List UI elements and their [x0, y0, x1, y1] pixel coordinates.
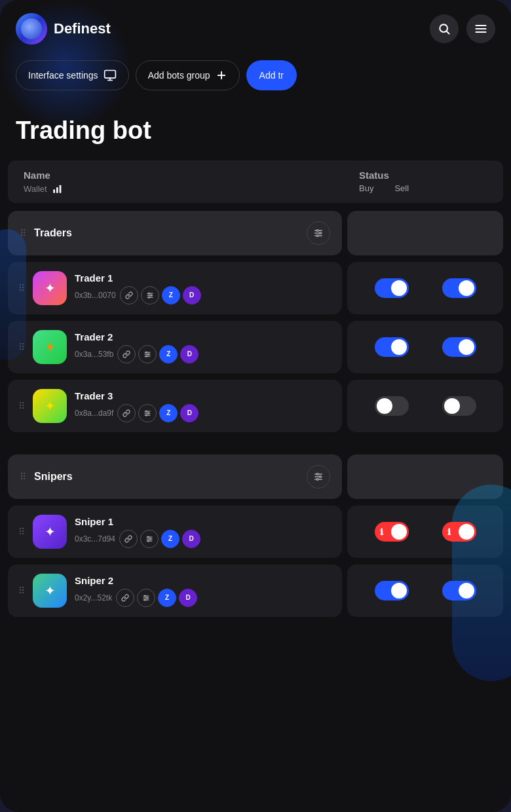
d-icon-btn-0[interactable]: D [182, 530, 200, 548]
trader-cell-status-traders-1 [347, 321, 503, 373]
trader-name-0: Sniper 1 [75, 516, 331, 527]
svg-point-42 [146, 411, 147, 412]
th-status-sublabels: Buy Sell [359, 183, 493, 193]
link-icon-btn-1[interactable] [117, 345, 136, 363]
svg-point-15 [316, 230, 318, 232]
drag-handle-trader-1[interactable]: ⠿ [18, 585, 25, 596]
buy-toggle-traders-0[interactable] [375, 278, 409, 298]
trader-cell-status-traders-2 [347, 380, 503, 432]
logo-inner [21, 18, 42, 39]
svg-point-36 [146, 356, 147, 357]
trader-name-0: Trader 1 [75, 272, 331, 284]
page-title-section: Trading bot [0, 103, 511, 160]
add-trader-button[interactable]: Add tr [246, 60, 297, 90]
buy-toggle-traders-2[interactable] [375, 396, 409, 416]
drag-handle-trader-2[interactable]: ⠿ [18, 401, 25, 411]
sell-toggle-traders-0[interactable] [442, 278, 476, 298]
svg-point-63 [148, 540, 149, 542]
buy-toggle-slider-2 [375, 396, 409, 416]
group-cell-status-snipers [347, 454, 503, 499]
add-bots-group-label: Add bots group [148, 70, 210, 81]
th-name-label: Name [24, 170, 333, 181]
trader-avatar-0: ✦ [33, 271, 67, 305]
search-button[interactable] [430, 14, 459, 43]
trader-row-traders-0: ⠿ ✦ Trader 1 0x3b...0070 [8, 262, 503, 314]
link-icon-btn-0[interactable] [119, 530, 138, 548]
svg-point-51 [316, 473, 318, 475]
group-gap-traders [8, 439, 503, 449]
settings-icon-btn-0[interactable] [140, 530, 159, 548]
interface-settings-label: Interface settings [28, 70, 98, 81]
drag-handle-trader-0[interactable]: ⠿ [18, 283, 25, 293]
group-settings-button-traders[interactable] [307, 221, 330, 245]
trader-avatar-1: ✦ [33, 330, 67, 364]
svg-point-60 [148, 536, 149, 538]
svg-point-66 [150, 538, 151, 540]
th-wallet-sub: Wallet [24, 183, 333, 194]
drag-handle-traders[interactable]: ⠿ [20, 228, 26, 238]
svg-point-72 [145, 599, 146, 600]
group-settings-button-snipers[interactable] [307, 465, 330, 489]
trader-avatar-2: ✦ [33, 389, 67, 423]
th-sell-label: Sell [394, 183, 409, 193]
link-icon-btn-0[interactable] [120, 286, 138, 304]
th-status-label: Status [359, 170, 493, 181]
z-icon-btn-2[interactable]: Z [159, 404, 178, 422]
trader-cell-status-snipers-0: ℹ ℹ [347, 506, 503, 558]
group-label-traders: Traders [34, 227, 299, 239]
d-icon-btn-2[interactable]: D [180, 404, 199, 422]
trader-address-row-0: 0x3b...0070 [75, 286, 331, 304]
sell-toggle-slider-0: ℹ [442, 522, 476, 542]
link-icon-btn-2[interactable] [117, 404, 136, 422]
settings-icon-btn-0[interactable] [141, 286, 159, 304]
sell-toggle-snipers-0[interactable]: ℹ [442, 522, 476, 542]
drag-handle-trader-0[interactable]: ⠿ [18, 526, 25, 537]
drag-handle-trader-1[interactable]: ⠿ [18, 342, 25, 352]
menu-button[interactable] [466, 14, 495, 43]
trader-row-traders-2: ⠿ ✦ Trader 3 0x8a...da9f [8, 380, 503, 432]
buy-toggle-snipers-1[interactable] [375, 581, 409, 600]
z-icon-btn-0[interactable]: Z [162, 286, 180, 304]
settings-icon-btn-1[interactable] [137, 589, 155, 607]
trader-address-0: 0x3c...7d94 [75, 534, 115, 544]
interface-settings-button[interactable]: Interface settings [16, 60, 129, 90]
app-title: Definest [54, 20, 111, 37]
drag-handle-snipers[interactable]: ⠿ [20, 471, 26, 482]
z-icon-btn-1[interactable]: Z [159, 345, 178, 363]
d-icon-btn-0[interactable]: D [183, 286, 201, 304]
add-bots-group-icon [216, 69, 227, 81]
trader-info-0: Trader 1 0x3b...0070 [75, 272, 331, 304]
trader-info-1: Sniper 2 0x2y...52tk [75, 575, 331, 607]
sell-toggle-slider-1 [442, 337, 476, 357]
svg-point-54 [319, 476, 321, 478]
sell-toggle-traders-2[interactable] [442, 396, 476, 416]
sell-toggle-snipers-1[interactable] [442, 581, 476, 600]
group-gap-snipers [8, 623, 503, 634]
sell-toggle-traders-1[interactable] [442, 337, 476, 357]
settings-icon-btn-2[interactable] [138, 404, 157, 422]
settings-icon-btn-1[interactable] [138, 345, 157, 363]
add-trader-label: Add tr [259, 70, 284, 81]
wallet-label: Wallet [24, 184, 47, 194]
d-icon-btn-1[interactable]: D [179, 589, 197, 607]
trader-address-row-2: 0x8a...da9f [75, 404, 331, 422]
buy-toggle-slider-1 [375, 581, 409, 600]
svg-point-48 [148, 413, 149, 414]
trader-address-row-1: 0x2y...52tk [75, 589, 331, 607]
buy-toggle-snipers-0[interactable]: ℹ [375, 522, 409, 542]
chart-icon [52, 183, 63, 194]
trader-row-traders-1: ⠿ ✦ Trader 2 0x3a...53fb [8, 321, 503, 373]
z-icon-btn-1[interactable]: Z [158, 589, 176, 607]
z-icon-btn-0[interactable]: Z [161, 530, 180, 548]
trader-address-1: 0x2y...52tk [75, 593, 112, 602]
action-icons-1: Z D [117, 345, 199, 363]
d-icon-btn-1[interactable]: D [180, 345, 199, 363]
link-icon-btn-1[interactable] [116, 589, 134, 607]
th-name: Name Wallet [8, 160, 349, 203]
buy-toggle-traders-1[interactable] [375, 337, 409, 357]
page-title: Trading bot [16, 117, 495, 145]
svg-point-57 [316, 479, 318, 481]
svg-point-69 [145, 595, 146, 597]
add-bots-group-button[interactable]: Add bots group [136, 60, 240, 90]
app-container: Definest Interface settings [0, 0, 511, 812]
